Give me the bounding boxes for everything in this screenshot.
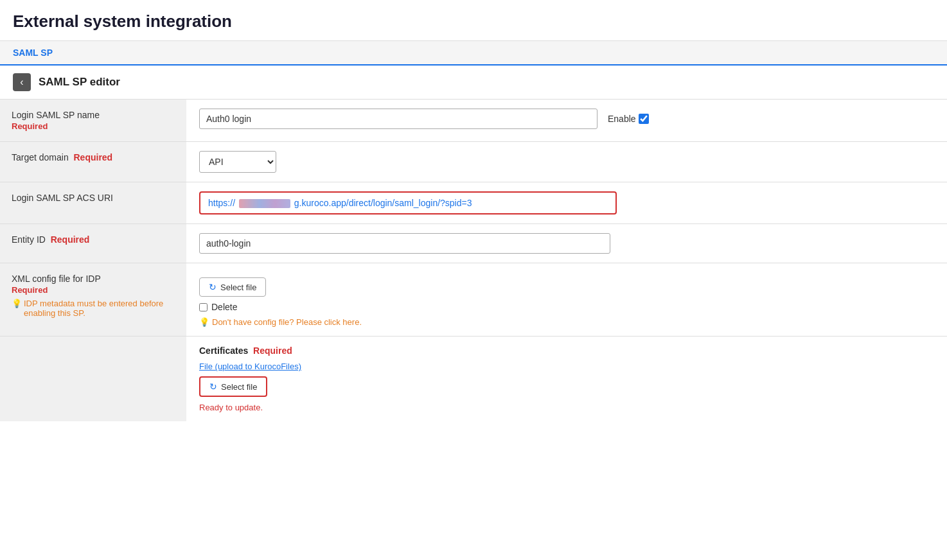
form-row-target-domain: Target domain Required API APP ADMIN <box>0 141 947 182</box>
section-header: ‹ SAML SP editor <box>0 66 947 99</box>
label-cell-entity-id: Entity ID Required <box>0 224 186 263</box>
form-row-acs-uri: Login SAML SP ACS URI https:// g.kuroco.… <box>0 182 947 223</box>
back-button[interactable]: ‹ <box>13 73 31 91</box>
enable-checkbox[interactable] <box>639 114 649 124</box>
certificates-title: Certificates <box>199 346 248 356</box>
label-xml-config: XML config file for IDP <box>12 274 175 284</box>
label-target-domain: Target domain Required <box>12 152 175 162</box>
acs-uri-text: https:// g.kuroco.app/direct/login/saml_… <box>208 198 472 208</box>
enable-label: Enable <box>608 114 649 124</box>
ready-to-update: Ready to update. <box>199 402 934 412</box>
label-cell-login-saml-sp-name: Login SAML SP name Required <box>0 100 186 141</box>
label-login-saml-sp-name: Login SAML SP name <box>12 110 175 120</box>
required-target-domain: Required <box>74 152 113 162</box>
content-target-domain: API APP ADMIN <box>186 142 947 182</box>
section-title: SAML SP editor <box>39 76 120 89</box>
label-entity-id: Entity ID Required <box>12 234 175 245</box>
input-enable-row: Enable <box>199 109 934 129</box>
content-entity-id <box>186 224 947 263</box>
refresh-icon-cert: ↻ <box>209 381 217 392</box>
login-saml-sp-name-input[interactable] <box>199 109 597 129</box>
acs-uri-display: https:// g.kuroco.app/direct/login/saml_… <box>199 191 617 214</box>
entity-id-input[interactable] <box>199 233 610 254</box>
label-cell-target-domain: Target domain Required <box>0 142 186 182</box>
select-file-btn-cert[interactable]: ↻ Select file <box>199 376 267 397</box>
config-hint-text: 💡 Don't have config file? Please click h… <box>199 317 934 327</box>
select-file-label-xml: Select file <box>220 283 256 292</box>
select-file-label-cert: Select file <box>221 382 257 392</box>
content-xml-config: ↻ Select file Delete 💡 Don't have config… <box>186 263 947 336</box>
file-link-row: File (upload to KurocoFiles) <box>199 361 934 371</box>
required-xml-config: Required <box>12 285 175 295</box>
idp-hint: 💡 IDP metadata must be entered before en… <box>12 299 175 318</box>
form-container: Login SAML SP name Required Enable Targe… <box>0 99 947 421</box>
page-title: External system integration <box>13 12 934 31</box>
form-row-certificates: Certificates Required File (upload to Ku… <box>0 336 947 421</box>
form-row-xml-config: XML config file for IDP Required 💡 IDP m… <box>0 263 947 336</box>
required-login-saml-sp-name: Required <box>12 121 175 131</box>
certificates-required: Required <box>253 346 292 356</box>
select-file-btn-xml[interactable]: ↻ Select file <box>199 277 266 297</box>
content-acs-uri: https:// g.kuroco.app/direct/login/saml_… <box>186 182 947 223</box>
content-certificates: Certificates Required File (upload to Ku… <box>186 337 947 421</box>
form-row-entity-id: Entity ID Required <box>0 223 947 263</box>
required-entity-id: Required <box>51 234 90 245</box>
enable-text: Enable <box>608 114 636 124</box>
target-domain-select[interactable]: API APP ADMIN <box>199 151 276 173</box>
label-cell-xml-config: XML config file for IDP Required 💡 IDP m… <box>0 263 186 336</box>
delete-label: Delete <box>211 302 237 312</box>
label-acs-uri: Login SAML SP ACS URI <box>12 193 175 203</box>
ready-text: Ready to update. <box>199 403 263 412</box>
file-link[interactable]: File (upload to KurocoFiles) <box>199 362 301 371</box>
content-login-saml-sp-name: Enable <box>186 100 947 141</box>
certificates-header: Certificates Required <box>199 346 934 356</box>
label-cell-acs-uri: Login SAML SP ACS URI <box>0 182 186 223</box>
delete-checkbox-row: Delete <box>199 302 934 312</box>
delete-checkbox[interactable] <box>199 303 208 311</box>
hint-icon: 💡 <box>199 317 209 327</box>
label-cell-certificates <box>0 337 186 421</box>
refresh-icon-xml: ↻ <box>209 282 217 292</box>
tab-bar: SAML SP <box>0 41 947 66</box>
page-header: External system integration <box>0 0 947 41</box>
tab-saml-sp[interactable]: SAML SP <box>13 41 53 64</box>
form-row-login-saml-sp-name: Login SAML SP name Required Enable <box>0 99 947 141</box>
hint-bulb-icon: 💡 <box>12 299 22 308</box>
uri-blurred-part <box>239 199 290 208</box>
